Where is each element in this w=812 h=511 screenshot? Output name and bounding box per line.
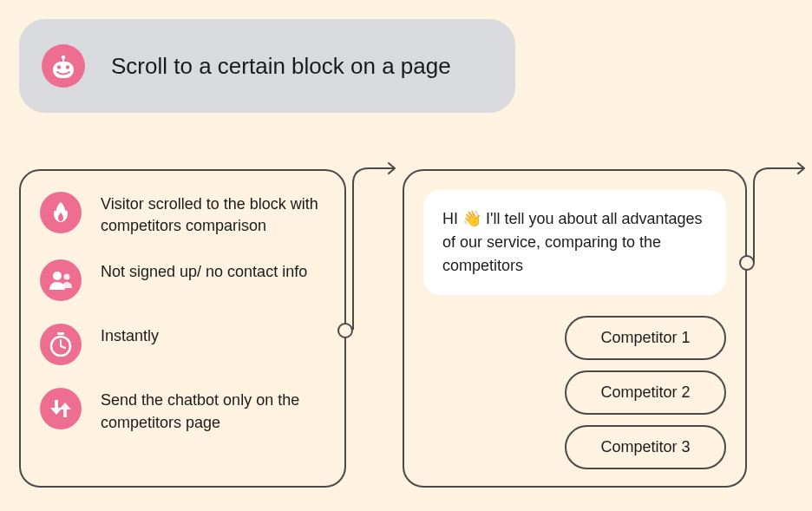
connector-dot (739, 255, 755, 271)
svg-rect-2 (53, 62, 74, 78)
chatbot-icon (42, 44, 85, 88)
competitor-button-3[interactable]: Competitor 3 (565, 425, 726, 469)
trigger-item: Visitor scrolled to the block with compe… (40, 192, 325, 237)
trigger-text: Visitor scrolled to the block with compe… (101, 192, 325, 237)
svg-point-3 (57, 65, 61, 69)
trigger-item: Send the chatbot only on the competitors… (40, 388, 325, 433)
connector-arrow (747, 158, 812, 271)
svg-point-5 (53, 272, 62, 280)
svg-line-10 (61, 346, 65, 348)
fire-icon (40, 192, 82, 233)
header-card: Scroll to a certain block on a page (19, 19, 515, 113)
svg-rect-1 (62, 59, 64, 62)
svg-rect-7 (57, 332, 64, 335)
trigger-item: Instantly (40, 324, 325, 365)
trigger-text: Instantly (101, 324, 159, 347)
chat-card: HI 👋 I'll tell you about all advantages … (403, 169, 747, 488)
trigger-text: Not signed up/ no contact info (101, 259, 307, 283)
arrows-icon (40, 388, 82, 429)
svg-point-0 (62, 56, 65, 59)
competitor-button-1[interactable]: Competitor 1 (565, 316, 726, 360)
trigger-item: Not signed up/ no contact info (40, 259, 325, 301)
trigger-text: Send the chatbot only on the competitors… (101, 388, 325, 433)
chat-message: HI 👋 I'll tell you about all advantages … (423, 190, 726, 295)
competitor-buttons: Competitor 1 Competitor 2 Competitor 3 (423, 316, 726, 469)
trigger-card: Visitor scrolled to the block with compe… (19, 169, 346, 488)
competitor-button-2[interactable]: Competitor 2 (565, 370, 726, 415)
users-icon (40, 259, 82, 301)
clock-icon (40, 324, 82, 365)
svg-point-6 (64, 274, 70, 280)
svg-point-4 (66, 65, 69, 69)
connector-arrow (346, 158, 407, 331)
header-title: Scroll to a certain block on a page (111, 53, 451, 80)
connector-dot (337, 323, 353, 338)
